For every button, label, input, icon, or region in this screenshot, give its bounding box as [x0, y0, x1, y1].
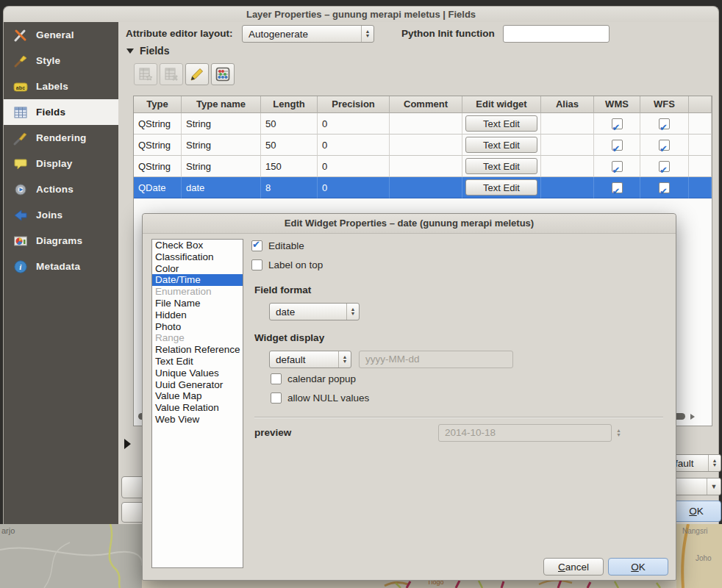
widget-type-item[interactable]: Color [152, 263, 243, 275]
table-row[interactable]: QString String 50 0 Text Edit [134, 135, 712, 156]
fields-collapse-arrow-icon[interactable] [126, 49, 134, 54]
widget-type-item[interactable]: Web View [152, 414, 243, 426]
cell-filler [689, 156, 712, 177]
abc-label-icon: abc [13, 79, 28, 94]
sidebar-item-label: Diagrams [36, 235, 82, 246]
edit-widget-button[interactable]: Text Edit [465, 179, 537, 196]
widget-type-item[interactable]: Relation Reference [152, 344, 243, 356]
python-init-input[interactable] [503, 25, 610, 43]
calendar-popup-checkbox-row[interactable]: calendar popup [271, 373, 356, 384]
dialog-titlebar[interactable]: Edit Widget Properties – date (gunung me… [143, 214, 676, 234]
widget-type-item[interactable]: Classification [152, 251, 243, 263]
sidebar-item-actions[interactable]: Actions [4, 176, 118, 202]
widget-type-list[interactable]: Check Box Classification Color Date/Time… [151, 239, 243, 568]
sidebar-item-label: General [36, 29, 74, 40]
column-header[interactable]: Length [261, 96, 318, 113]
toggle-editing-button[interactable] [185, 63, 209, 85]
column-header[interactable]: Type [134, 96, 182, 113]
sidebar-item-display[interactable]: Display [4, 151, 118, 176]
abacus-icon [215, 66, 231, 82]
wfs-checkbox[interactable] [659, 182, 670, 193]
table-row[interactable]: QString String 50 0 Text Edit [134, 113, 712, 135]
widget-type-item[interactable]: Unique Values [152, 368, 243, 379]
widget-type-item[interactable]: File Name [152, 298, 243, 309]
table-header-row: Type Type name Length Precision Comment … [134, 96, 712, 113]
ok-button[interactable]: OK [608, 558, 668, 576]
widget-type-item[interactable]: Text Edit [152, 356, 243, 368]
sidebar-item-label: Display [36, 158, 72, 169]
widget-type-item[interactable]: Value Relation [152, 402, 243, 414]
column-header[interactable]: WFS [640, 96, 689, 113]
sidebar-item-labels[interactable]: abc Labels [4, 74, 118, 99]
sidebar-item-diagrams[interactable]: Diagrams [4, 228, 118, 254]
gear-action-icon [13, 182, 28, 197]
editable-checkbox-row[interactable]: Editable [251, 240, 304, 251]
sidebar-item-style[interactable]: Style [4, 48, 118, 74]
scrollbar-arrow-icon[interactable] [690, 414, 695, 420]
pencil-icon [189, 66, 205, 82]
widget-display-combo[interactable]: default ▲▼ [269, 351, 351, 368]
spinner-arrows-icon: ▲▼ [361, 26, 373, 42]
window-ok-button[interactable]: OK [671, 501, 721, 522]
edit-widget-button[interactable]: Text Edit [465, 115, 537, 132]
widget-type-item[interactable]: Hidden [152, 309, 243, 321]
column-header[interactable]: Type name [182, 96, 261, 113]
column-header[interactable]: Comment [390, 96, 462, 113]
allow-null-checkbox[interactable] [271, 392, 282, 404]
table-row[interactable]: QString String 150 0 Text Edit [134, 156, 712, 177]
sidebar-item-label: Rendering [36, 132, 87, 143]
group-collapse-arrow-icon[interactable] [124, 439, 131, 449]
editable-checkbox[interactable] [251, 240, 262, 251]
cell-type-name: String [182, 113, 261, 135]
sidebar-item-general[interactable]: General [4, 22, 118, 48]
cancel-button[interactable]: Cancel [543, 558, 604, 576]
wms-checkbox[interactable] [612, 182, 623, 193]
column-header[interactable]: Precision [318, 96, 390, 113]
sidebar-item-metadata[interactable]: i Metadata [4, 254, 118, 279]
chevron-down-icon: ▼ [707, 478, 721, 495]
widget-type-item[interactable]: Uuid Generator [152, 379, 243, 391]
wfs-checkbox[interactable] [659, 161, 670, 172]
widget-type-item[interactable]: Check Box [152, 240, 243, 251]
wms-checkbox[interactable] [612, 118, 623, 129]
widget-type-item-selected[interactable]: Date/Time [152, 274, 243, 286]
sidebar: General Style abc Labels Fields Renderin… [4, 22, 118, 524]
calendar-popup-checkbox[interactable] [271, 373, 282, 384]
editable-label: Editable [268, 240, 304, 251]
wfs-checkbox[interactable] [659, 140, 670, 151]
column-header[interactable]: WMS [594, 96, 640, 113]
field-calculator-button[interactable] [211, 63, 235, 85]
new-column-button[interactable] [134, 63, 157, 85]
attribute-editor-layout-combo[interactable]: Autogenerate ▲▼ [242, 25, 374, 43]
edit-widget-button[interactable]: Text Edit [465, 137, 537, 153]
calendar-popup-label: calendar popup [287, 373, 356, 384]
edit-widget-button[interactable]: Text Edit [465, 158, 537, 174]
label-on-top-checkbox[interactable] [251, 259, 262, 270]
column-header[interactable]: Alias [541, 96, 594, 113]
speech-bubble-icon [13, 157, 28, 171]
allow-null-checkbox-row[interactable]: allow NULL values [271, 392, 369, 404]
partial-combo[interactable]: fault ▲▼ [671, 454, 721, 472]
cell-precision: 0 [318, 177, 390, 198]
sidebar-item-label: Joins [36, 209, 62, 220]
field-format-combo[interactable]: date ▲▼ [269, 303, 360, 320]
partial-dropdown[interactable]: ▼ [671, 478, 721, 495]
wfs-checkbox[interactable] [659, 118, 670, 129]
combo-value: date [270, 306, 346, 318]
delete-column-button[interactable] [160, 63, 183, 85]
label-on-top-checkbox-row[interactable]: Label on top [251, 259, 323, 270]
widget-type-item-disabled: Range [152, 332, 243, 344]
widget-type-item[interactable]: Photo [152, 321, 243, 333]
window-titlebar[interactable]: Layer Properties – gunung merapi meletus… [3, 6, 719, 23]
sidebar-item-label: Fields [36, 107, 65, 118]
attribute-editor-layout-label: Attribute editor layout: [126, 28, 233, 39]
wms-checkbox[interactable] [612, 140, 623, 151]
sidebar-item-fields[interactable]: Fields [4, 99, 118, 125]
cell-comment [390, 113, 462, 135]
sidebar-item-rendering[interactable]: Rendering [4, 125, 118, 151]
table-row-selected[interactable]: QDate date 8 0 Text Edit [134, 177, 712, 198]
widget-type-item[interactable]: Value Map [152, 390, 243, 402]
wms-checkbox[interactable] [612, 161, 623, 172]
sidebar-item-joins[interactable]: Joins [4, 202, 118, 228]
column-header[interactable]: Edit widget [462, 96, 541, 113]
